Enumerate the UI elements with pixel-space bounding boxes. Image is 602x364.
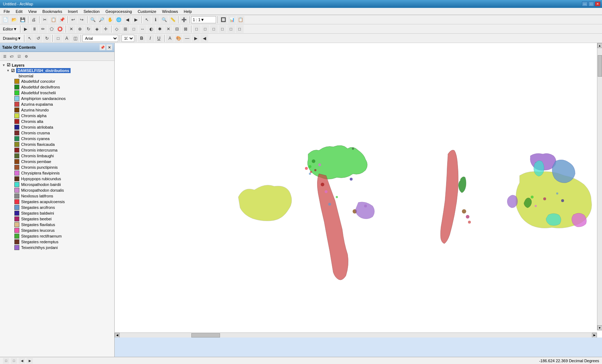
scroll-h-track[interactable] (120, 333, 592, 337)
species-item-22[interactable]: Stegastes arcifrons (6, 205, 113, 210)
species-item-10[interactable]: Chromis cyanea (6, 136, 113, 142)
scroll-v-thumb[interactable] (598, 55, 602, 77)
edit-tool-node[interactable]: ◇ (113, 25, 121, 33)
tb-copy[interactable]: 📋 (49, 16, 57, 24)
edit-tool-12[interactable]: □ (201, 25, 209, 33)
status-btn-1[interactable]: □ (3, 358, 9, 364)
close-button[interactable]: ✕ (595, 1, 601, 6)
menu-edit[interactable]: Edit (13, 9, 25, 14)
species-item-17[interactable]: Hypsypops rubicundus (6, 176, 113, 182)
species-item-7[interactable]: Chromis alta (6, 119, 113, 124)
species-item-19[interactable]: Microspathodon dorsalis (6, 187, 113, 193)
map-canvas[interactable]: ▲ ▼ ◀ ▶ (115, 43, 602, 337)
format-italic[interactable]: I (146, 34, 154, 42)
edit-tool-13[interactable]: □ (210, 25, 218, 33)
tb-open[interactable]: 📂 (10, 16, 18, 24)
species-item-5[interactable]: Azurina hirundo (6, 107, 113, 113)
fill-color[interactable]: 🎨 (175, 34, 182, 42)
menu-geoprocessing[interactable]: Geoprocessing (102, 9, 135, 14)
font-size-select[interactable]: 10 (121, 35, 134, 42)
menu-bookmarks[interactable]: Bookmarks (39, 9, 65, 14)
tb-dataview[interactable]: 📊 (228, 16, 236, 24)
edit-tool-2[interactable]: ⏸ (30, 25, 38, 33)
font-color[interactable]: A (166, 34, 174, 42)
species-item-2[interactable]: Abudefduf troschelii (6, 90, 113, 96)
edit-tool-7[interactable]: ✱ (156, 25, 164, 33)
species-item-13[interactable]: Chromis limbaughi (6, 153, 113, 159)
species-item-0[interactable]: Abudefduf concolor (6, 78, 113, 84)
line-color[interactable]: — (183, 34, 191, 42)
species-item-14[interactable]: Chromis pembae (6, 159, 113, 164)
edit-tool-sketch[interactable]: ✏ (39, 25, 47, 33)
scroll-h-thumb[interactable] (191, 333, 220, 337)
menu-windows[interactable]: Windows (159, 9, 181, 14)
draw-text[interactable]: A (63, 34, 71, 42)
menu-view[interactable]: View (25, 9, 40, 14)
edit-tool-6[interactable]: ◐ (147, 25, 155, 33)
edit-tool-merge[interactable]: ⊕ (76, 25, 84, 33)
species-item-6[interactable]: Chromis alpha (6, 113, 113, 119)
species-item-28[interactable]: Stegastes redemptus (6, 239, 113, 245)
species-item-24[interactable]: Stegastes beebei (6, 216, 113, 222)
format-underline[interactable]: U (155, 34, 163, 42)
edit-tool-circle[interactable]: ⭕ (56, 25, 64, 33)
edit-tool-9[interactable]: ⊟ (173, 25, 181, 33)
species-item-3[interactable]: Amphiprion sandaracinos (6, 96, 113, 101)
tb-redo[interactable]: ↪ (78, 16, 86, 24)
edit-tool-clip[interactable]: □ (130, 25, 138, 33)
tb-magnifier[interactable]: 🔲 (219, 16, 227, 24)
toc-content[interactable]: ▼ ☑ Layers ▼ ☑ DAMSELFISH_distributions … (0, 61, 114, 357)
tb-print[interactable]: 🖨 (30, 16, 38, 24)
status-btn-3[interactable]: ◀ (19, 358, 25, 364)
toc-layer-header[interactable]: ▼ ☑ DAMSELFISH_distributions (6, 68, 113, 73)
arrow-right[interactable]: ▶ (192, 34, 200, 42)
draw-undo[interactable]: ↺ (34, 34, 42, 42)
species-item-8[interactable]: Chromis atrilobata (6, 124, 113, 130)
menu-customize[interactable]: Customize (135, 9, 159, 14)
species-item-25[interactable]: Stegastes flavilatus (6, 222, 113, 227)
draw-select[interactable]: ↖ (26, 34, 34, 42)
species-item-16[interactable]: Chrysiptera flavipinnis (6, 170, 113, 176)
tb-zoom-out[interactable]: 🔎 (97, 16, 105, 24)
tb-identify[interactable]: ℹ (152, 16, 159, 24)
layer-checkbox[interactable]: ☑ (11, 68, 15, 73)
font-name-select[interactable]: Arial (82, 35, 118, 42)
species-item-21[interactable]: Stegastes acapulcoensis (6, 199, 113, 205)
edit-tool-8[interactable]: ✕ (164, 25, 172, 33)
species-item-1[interactable]: Abudefduf declivifrons (6, 84, 113, 90)
tb-find[interactable]: 🔍 (160, 16, 168, 24)
edit-tool-14[interactable]: □ (219, 25, 226, 33)
tb-zoom-in[interactable]: 🔍 (89, 16, 97, 24)
tb-layoutview[interactable]: 📋 (236, 16, 244, 24)
toc-pin[interactable]: 📌 (100, 44, 105, 50)
edit-tool-rotate[interactable]: ↻ (85, 25, 92, 33)
tb-paste[interactable]: 📌 (58, 16, 66, 24)
minimize-button[interactable]: — (582, 1, 588, 6)
tb-select[interactable]: ↖ (143, 16, 151, 24)
format-bold[interactable]: B (138, 34, 145, 42)
maximize-button[interactable]: □ (588, 1, 594, 6)
tb-forward[interactable]: ▶ (132, 16, 140, 24)
map-scrollbar-v[interactable]: ▲ ▼ (597, 43, 602, 330)
menu-selection[interactable]: Selection (81, 9, 102, 14)
tb-full-extent[interactable]: 🌐 (115, 16, 123, 24)
checkbox-layers[interactable]: ☑ (7, 63, 10, 67)
edit-tool-5[interactable]: ↔ (139, 25, 147, 33)
scroll-up-btn[interactable]: ▲ (597, 43, 602, 48)
scroll-v-track[interactable] (598, 48, 602, 325)
tb-pan[interactable]: ✋ (106, 16, 114, 24)
edit-tool-15[interactable]: □ (227, 25, 235, 33)
species-item-20[interactable]: Nexilosus latifrons (6, 193, 113, 199)
menu-insert[interactable]: Insert (65, 9, 81, 14)
toc-close[interactable]: ✕ (106, 44, 112, 50)
edit-tool-1[interactable]: ▶ (22, 25, 30, 33)
species-item-15[interactable]: Chromis punctipinnis (6, 164, 113, 170)
edit-tool-10[interactable]: ⊠ (182, 25, 190, 33)
tb-add-data[interactable]: ➕ (180, 16, 188, 24)
toc-list-view[interactable]: ☰ (1, 53, 8, 59)
edit-tool-scale[interactable]: ◈ (93, 25, 101, 33)
species-item-12[interactable]: Chromis intercrusma (6, 147, 113, 153)
species-item-9[interactable]: Chromis crusma (6, 130, 113, 136)
species-item-4[interactable]: Azurina eupalama (6, 101, 113, 107)
tb-back[interactable]: ◀ (123, 16, 131, 24)
